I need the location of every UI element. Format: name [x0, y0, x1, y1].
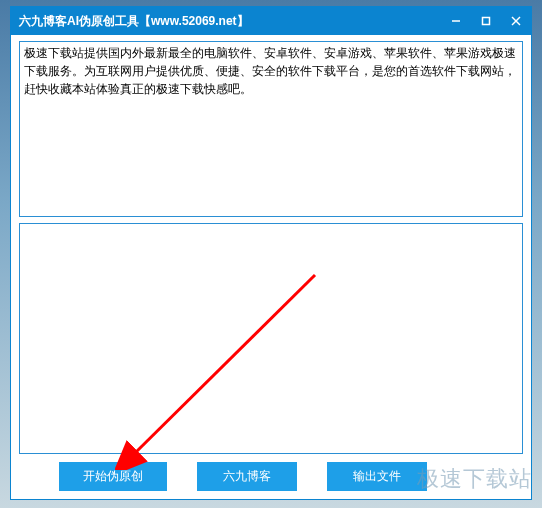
- maximize-icon: [481, 16, 491, 26]
- titlebar: 六九博客AI伪原创工具【www.52069.net】: [11, 7, 531, 35]
- button-row: 开始伪原创 六九博客 输出文件: [19, 462, 523, 491]
- blog-button[interactable]: 六九博客: [197, 462, 297, 491]
- window-title: 六九博客AI伪原创工具【www.52069.net】: [19, 13, 249, 30]
- window-controls: [441, 7, 531, 35]
- close-icon: [511, 16, 521, 26]
- minimize-icon: [451, 16, 461, 26]
- svg-rect-1: [483, 18, 490, 25]
- window-content: 开始伪原创 六九博客 输出文件: [11, 35, 531, 499]
- start-button[interactable]: 开始伪原创: [59, 462, 167, 491]
- maximize-button[interactable]: [471, 7, 501, 35]
- close-button[interactable]: [501, 7, 531, 35]
- input-textarea[interactable]: [19, 41, 523, 217]
- output-textarea[interactable]: [19, 223, 523, 454]
- minimize-button[interactable]: [441, 7, 471, 35]
- app-window: 六九博客AI伪原创工具【www.52069.net】 开始伪原创 六九博客 输出…: [10, 6, 532, 500]
- export-button[interactable]: 输出文件: [327, 462, 427, 491]
